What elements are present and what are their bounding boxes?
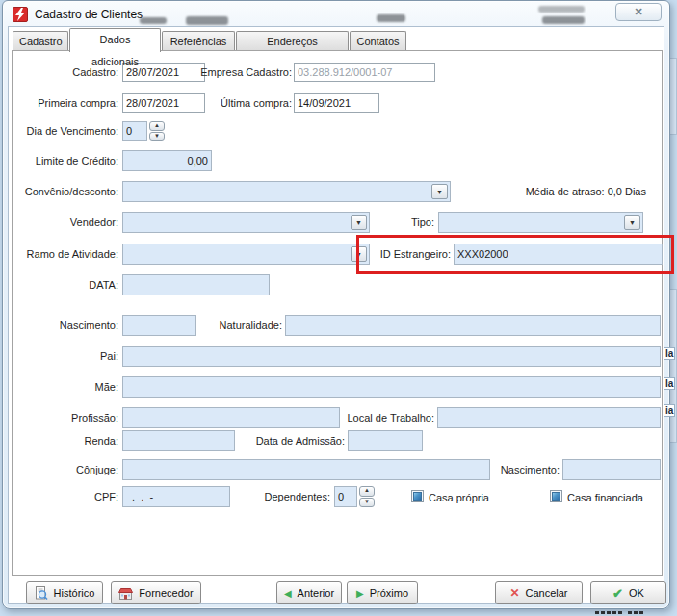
profissao-input[interactable]: [122, 407, 340, 428]
data-admissao-input[interactable]: [348, 430, 423, 451]
background-artifact: [595, 611, 599, 614]
local-trabalho-input[interactable]: [437, 407, 661, 428]
tab-cadastro[interactable]: Cadastro: [13, 31, 68, 51]
checkbox-fill-icon: [413, 492, 422, 500]
background-artifact: [612, 611, 616, 614]
checkbox-fill-icon: [552, 492, 560, 500]
background-artifact: [607, 611, 611, 614]
convenio-desconto-label: Convênio/desconto:: [10, 186, 118, 199]
arrow-left-icon: ◀: [284, 588, 292, 599]
dia-vencimento-label: Dia de Vencimento:: [10, 125, 118, 139]
nascimento-input[interactable]: [122, 315, 196, 336]
background-text-fragment: la: [664, 377, 675, 390]
proximo-button[interactable]: ▶ Próximo: [347, 581, 418, 604]
ultima-compra-input[interactable]: [294, 93, 379, 113]
anterior-button-label: Anterior: [298, 587, 335, 599]
ok-button[interactable]: ✔ OK: [590, 581, 666, 604]
dependentes-label: Dependentes:: [247, 491, 330, 504]
background-text-fragment: la: [664, 347, 675, 360]
renda-input[interactable]: [122, 430, 235, 451]
mae-input[interactable]: [122, 376, 661, 398]
nascimento-conjuge-label: Nascimento:: [490, 464, 560, 477]
ramo-atividade-label: Ramo de Atividade:: [10, 248, 118, 262]
fornecedor-building-icon: [118, 587, 133, 600]
nascimento-label: Nascimento:: [10, 320, 118, 333]
primeira-compra-label: Primeira compra:: [10, 97, 118, 111]
dependentes-spinner[interactable]: ▲ ▼: [359, 486, 375, 507]
tab-referencias[interactable]: Referências: [162, 31, 235, 51]
vendedor-label: Vendedor:: [10, 217, 118, 230]
anterior-button[interactable]: ◀ Anterior: [276, 581, 342, 604]
proximo-button-label: Próximo: [370, 587, 408, 599]
window-title: Cadastro de Clientes: [35, 8, 143, 21]
background-artifact: [601, 611, 605, 614]
cancelar-button-label: Cancelar: [526, 587, 568, 599]
conjuge-label: Cônjuge:: [10, 464, 118, 477]
spin-up-icon[interactable]: ▲: [149, 121, 165, 131]
cancel-x-icon: ✕: [509, 586, 519, 600]
casa-financiada-checkbox[interactable]: [550, 490, 562, 502]
empresa-cadastro-input: [294, 63, 435, 82]
title-bar[interactable]: Cadastro de Clientes ✕: [3, 1, 669, 27]
renda-label: Renda:: [10, 435, 118, 449]
fornecedor-button[interactable]: Fornecedor: [111, 581, 201, 604]
media-atraso-text: Média de atraso: 0,0 Dias: [504, 186, 646, 197]
casa-propria-label: Casa própria: [429, 492, 489, 503]
cadastro-de-clientes-dialog: Cadastro de Clientes ✕ Cadastro Dados ad…: [2, 0, 670, 609]
conjuge-input[interactable]: [122, 459, 490, 480]
ok-button-label: OK: [629, 587, 644, 599]
limite-credito-label: Limite de Crédito:: [10, 155, 118, 168]
tipo-dropdown[interactable]: ▼: [438, 212, 643, 233]
background-artifact: [628, 611, 632, 614]
arrow-right-icon: ▶: [356, 588, 364, 599]
historico-search-document-icon: [35, 586, 48, 600]
empresa-cadastro-label: Empresa Cadastro:: [176, 66, 292, 80]
mae-label: Mãe:: [10, 381, 118, 395]
tab-dados-adicionais[interactable]: Dados adicionais: [69, 28, 161, 52]
limite-credito-input[interactable]: [122, 150, 212, 171]
local-trabalho-label: Local de Trabalho:: [336, 412, 434, 425]
chevron-down-icon[interactable]: ▼: [431, 184, 448, 199]
background-artifact: [639, 611, 643, 614]
screen-artifact: [186, 16, 228, 25]
tab-contatos[interactable]: Contatos: [350, 31, 406, 51]
ramo-atividade-dropdown[interactable]: ▼: [122, 244, 370, 265]
screen-artifact: [538, 6, 585, 13]
tab-enderecos-adicionais[interactable]: Endereços adicionais: [236, 31, 349, 51]
app-icon: [13, 7, 28, 22]
data-input[interactable]: [122, 274, 270, 295]
vendedor-dropdown[interactable]: ▼: [122, 212, 370, 233]
spin-down-icon[interactable]: ▼: [359, 498, 375, 508]
screen-artifact: [140, 17, 167, 24]
profissao-label: Profissão:: [10, 412, 118, 425]
dia-vencimento-input[interactable]: [122, 121, 147, 141]
data-admissao-label: Data de Admissão:: [242, 435, 345, 449]
background-artifact: [618, 611, 622, 614]
close-icon: ✕: [634, 6, 642, 17]
cancelar-button[interactable]: ✕ Cancelar: [495, 581, 583, 604]
dependentes-input[interactable]: [334, 486, 357, 507]
background-artifact: [634, 611, 638, 614]
red-highlight-annotation: [356, 235, 674, 274]
data-label: DATA:: [10, 279, 118, 293]
chevron-down-icon[interactable]: ▼: [624, 215, 640, 230]
tipo-label: Tipo:: [357, 217, 434, 230]
background-text-fragment: ia: [664, 404, 675, 417]
historico-button-label: Histórico: [54, 587, 95, 599]
casa-propria-checkbox[interactable]: [411, 490, 424, 502]
screen-artifact: [542, 16, 585, 24]
dia-vencimento-spinner[interactable]: ▲ ▼: [149, 121, 165, 141]
cpf-input[interactable]: [122, 486, 230, 507]
convenio-desconto-dropdown[interactable]: ▼: [122, 181, 451, 202]
screen-artifact: [377, 14, 405, 22]
naturalidade-input[interactable]: [285, 315, 661, 336]
historico-button[interactable]: Histórico: [26, 581, 103, 604]
spin-down-icon[interactable]: ▼: [149, 132, 165, 141]
ok-check-icon: ✔: [612, 586, 623, 601]
spin-up-icon[interactable]: ▲: [359, 486, 375, 497]
nascimento-conjuge-input[interactable]: [562, 459, 661, 480]
close-button[interactable]: ✕: [615, 3, 662, 21]
casa-financiada-label: Casa financiada: [567, 492, 643, 503]
cpf-label: CPF:: [10, 491, 118, 504]
pai-input[interactable]: [122, 346, 661, 367]
